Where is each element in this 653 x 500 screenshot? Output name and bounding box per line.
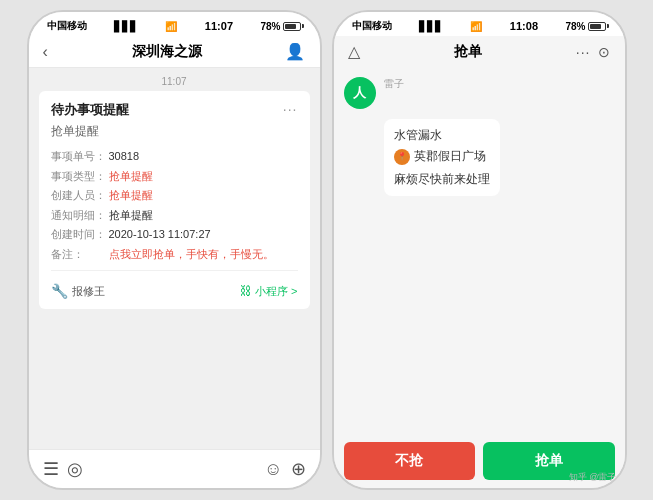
right-signal-icon: ▋▋▋ [419, 21, 443, 32]
message-card: 待办事项提醒 ··· 抢单提醒 事项单号： 30818 事项类型： 抢单提醒 创… [39, 91, 310, 309]
reject-button[interactable]: 不抢 [344, 442, 476, 480]
info-label-4: 创建时间： [51, 226, 109, 243]
card-divider [51, 270, 298, 271]
left-back-button[interactable]: ‹ [43, 43, 48, 61]
footer-arrow: > [291, 285, 297, 297]
user-avatar-label: 人 [353, 84, 366, 102]
info-row-3: 通知明细： 抢单提醒 [51, 207, 298, 224]
footer-repairking[interactable]: 🔧 报修王 [51, 283, 105, 299]
bubble-water-issue: 水管漏水 [394, 127, 490, 144]
info-label-5: 备注： [51, 246, 109, 263]
right-battery-icon [588, 22, 606, 31]
footer-miniprogram[interactable]: ⛓ 小程序 > [240, 284, 297, 299]
left-status-bar: 中国移动 ▋▋▋ 📶 11:07 78% [29, 12, 320, 36]
right-phone: 中国移动 ▋▋▋ 📶 11:08 78% △ 抢单 ··· ⊙ 人 雷子 [332, 10, 627, 490]
right-dots-icon[interactable]: ··· [576, 44, 591, 60]
left-carrier: 中国移动 [47, 19, 87, 33]
left-profile-icon[interactable]: 👤 [285, 42, 305, 61]
location-row: 📍 英郡假日广场 [394, 148, 490, 165]
info-row-1: 事项类型： 抢单提醒 [51, 168, 298, 185]
left-battery-text: 78% [260, 21, 280, 32]
user-name-only: 雷子 [384, 77, 404, 94]
card-subtitle: 抢单提醒 [51, 123, 298, 140]
info-label-1: 事项类型： [51, 168, 109, 185]
card-dots-menu[interactable]: ··· [283, 101, 298, 117]
emoji-icon[interactable]: ☺ [264, 459, 282, 480]
voice-icon[interactable]: ◎ [67, 458, 83, 480]
left-time: 11:07 [205, 20, 233, 32]
right-record-icon[interactable]: ⊙ [598, 44, 610, 60]
right-time: 11:08 [510, 20, 538, 32]
right-chat-area: 人 雷子 水管漏水 📍 英郡假日广场 麻烦尽快前来处理 [334, 67, 625, 434]
chat-row-user: 人 雷子 [344, 77, 615, 109]
user-name: 雷子 [384, 77, 404, 91]
info-value-5: 点我立即抢单，手快有，手慢无。 [109, 246, 274, 263]
footer-miniprogram-label: 小程序 [255, 284, 288, 299]
info-value-0: 30818 [109, 148, 140, 165]
card-title: 待办事项提醒 [51, 101, 129, 119]
info-row-0: 事项单号： 30818 [51, 148, 298, 165]
right-nav-actions: ··· ⊙ [576, 44, 611, 60]
left-nav-title: 深圳海之源 [132, 43, 202, 61]
right-battery-icons: 78% [565, 21, 606, 32]
left-signal-icon: ▋▋▋ [114, 21, 138, 32]
add-icon[interactable]: ⊕ [291, 458, 306, 480]
left-battery-icon [283, 22, 301, 31]
right-status-bar: 中国移动 ▋▋▋ 📶 11:08 78% [334, 12, 625, 36]
info-value-4: 2020-10-13 11:07:27 [109, 226, 211, 243]
left-wifi-icon: 📶 [165, 21, 177, 32]
right-battery-text: 78% [565, 21, 585, 32]
left-phone: 中国移动 ▋▋▋ 📶 11:07 78% ‹ 深圳海之源 👤 11:07 待办事… [27, 10, 322, 490]
left-content: 11:07 待办事项提醒 ··· 抢单提醒 事项单号： 30818 事项类型： … [29, 68, 320, 449]
right-nav-bar: △ 抢单 ··· ⊙ [334, 36, 625, 67]
info-value-2: 抢单提醒 [109, 187, 153, 204]
message-timestamp: 11:07 [29, 68, 320, 91]
info-value-1: 抢单提醒 [109, 168, 153, 185]
left-nav-bar: ‹ 深圳海之源 👤 [29, 36, 320, 68]
left-bottom-right-icons: ☺ ⊕ [264, 458, 305, 480]
info-label-3: 通知明细： [51, 207, 109, 224]
menu-icon[interactable]: ☰ [43, 458, 59, 480]
message-text-row: 麻烦尽快前来处理 [394, 169, 490, 188]
info-row-5: 备注： 点我立即抢单，手快有，手慢无。 [51, 246, 298, 263]
right-carrier: 中国移动 [352, 19, 392, 33]
info-label-0: 事项单号： [51, 148, 109, 165]
card-header: 待办事项提醒 ··· [51, 101, 298, 119]
info-row-2: 创建人员： 抢单提醒 [51, 187, 298, 204]
right-wifi-icon: 📶 [470, 21, 482, 32]
right-nav-title: 抢单 [454, 43, 482, 61]
fire-icon: 🔧 [51, 283, 68, 299]
water-text: 水管漏水 [394, 127, 442, 144]
right-home-icon[interactable]: △ [348, 42, 360, 61]
info-row-4: 创建时间： 2020-10-13 11:07:27 [51, 226, 298, 243]
info-label-2: 创建人员： [51, 187, 109, 204]
footer-repairking-label: 报修王 [72, 284, 105, 299]
message-bubble: 水管漏水 📍 英郡假日广场 麻烦尽快前来处理 [384, 119, 500, 196]
user-avatar: 人 [344, 77, 376, 109]
left-battery-icons: 78% [260, 21, 301, 32]
location-icon: 📍 [394, 149, 410, 165]
info-value-3: 抢单提醒 [109, 207, 153, 224]
miniprogram-icon: ⛓ [240, 284, 252, 298]
watermark: 知乎 @雷子 [569, 471, 617, 484]
left-bottom-bar: ☰ ◎ ☺ ⊕ [29, 449, 320, 488]
chat-row-message: 水管漏水 📍 英郡假日广场 麻烦尽快前来处理 [384, 119, 615, 196]
message-text: 麻烦尽快前来处理 [394, 172, 490, 186]
card-footer: 🔧 报修王 ⛓ 小程序 > [51, 279, 298, 299]
left-bottom-left-icons: ☰ ◎ [43, 458, 83, 480]
location-text: 英郡假日广场 [414, 148, 486, 165]
